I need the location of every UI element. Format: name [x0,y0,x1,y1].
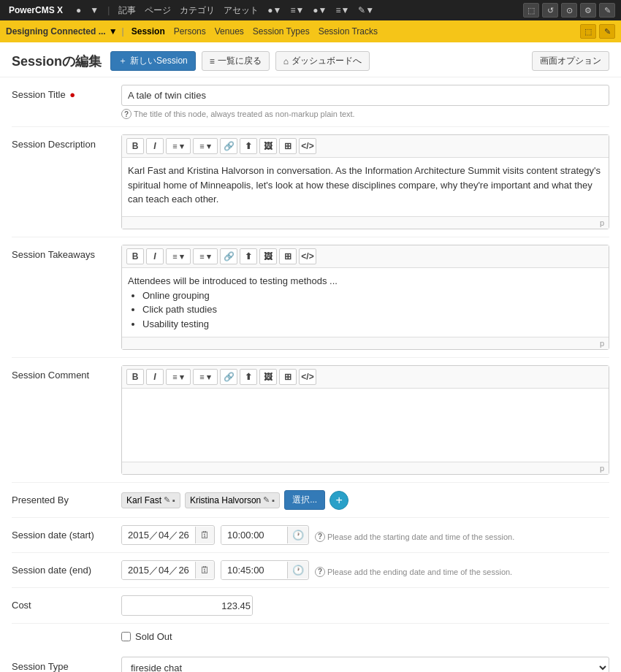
top-icon-view[interactable]: ⊙ [561,3,577,18]
session-description-content: B I ≡ ▾ ≡ ▾ 🔗 ⬆ 🖼 ⊞ </> Karl Fast and Kr… [121,134,609,229]
comment-upload-button[interactable]: ⬆ [240,369,257,385]
takeaways-code-button[interactable]: </> [299,248,316,264]
top-menu-pages[interactable]: ページ [142,4,174,17]
session-description-body[interactable]: Karl Fast and Kristina Halvorson in conv… [122,158,609,216]
add-presenter-button[interactable]: + [329,491,348,510]
top-menu-assets[interactable]: アセット [221,4,262,17]
link-button[interactable]: 🔗 [220,138,237,154]
presenter-karl-edit-icon[interactable]: ✎ [164,495,170,505]
home-icon: ⌂ [283,56,289,66]
takeaways-list: Online grouping Click path studies Usabi… [142,289,603,332]
top-icon-refresh[interactable]: ↺ [542,3,558,18]
takeaways-image-button[interactable]: 🖼 [259,248,277,264]
top-menu-assets-arrow[interactable]: ●▼ [264,5,284,15]
session-type-select[interactable]: fireside chat keynote workshop panel [121,657,609,672]
second-icon-edit[interactable]: ✎ [599,24,615,39]
start-time-input[interactable] [221,526,287,544]
required-indicator: ● [69,89,75,100]
nav-persons[interactable]: Persons [171,26,209,37]
takeaways-bold-button[interactable]: B [126,248,144,264]
takeaways-ul-button[interactable]: ≡ ▾ [166,248,191,264]
top-menu-arrow1[interactable]: ▼ [87,5,102,15]
screen-options-button[interactable]: 画面オプション [532,51,609,71]
second-icon-window[interactable]: ⬚ [580,24,596,39]
new-session-button[interactable]: ＋ ＋ 新しいSession 新しいSession [110,51,196,71]
end-date-wrap: 🗓 [121,560,215,580]
end-time-input[interactable] [221,561,287,579]
start-time-wrap: 🕐 [221,525,309,545]
presenter-karl-remove-icon[interactable]: ▪ [172,496,175,505]
session-comment-body[interactable] [122,389,609,462]
dashboard-button[interactable]: ⌂ ダッシュボードへ [275,51,370,71]
cost-input[interactable] [122,597,253,615]
page-title: Sessionの編集 [12,53,102,70]
end-time-clock-icon[interactable]: 🕐 [287,562,308,579]
top-menu-icon1[interactable]: ● [73,5,84,15]
session-takeaways-content: B I ≡ ▾ ≡ ▾ 🔗 ⬆ 🖼 ⊞ </> Attendees will b… [121,245,609,350]
upload-button[interactable]: ⬆ [240,138,257,154]
italic-button[interactable]: I [146,138,164,154]
takeaways-ol-button[interactable]: ≡ ▾ [193,248,218,264]
session-takeaways-row: Session Takeaways B I ≡ ▾ ≡ ▾ 🔗 ⬆ 🖼 ⊞ </… [12,237,609,358]
takeaways-italic-button[interactable]: I [146,248,164,264]
sold-out-checkbox[interactable] [121,632,131,641]
top-icon-window[interactable]: ⬚ [523,3,539,18]
takeaway-item-2: Click path studies [142,302,603,317]
sold-out-label[interactable]: Sold Out [135,631,172,642]
end-date-calendar-icon[interactable]: 🗓 [195,562,214,579]
takeaways-intro: Attendees will be introduced to testing … [128,274,603,289]
sold-out-row: Sold Out [12,624,609,649]
takeaway-item-1: Online grouping [142,289,603,303]
nav-session-tracks[interactable]: Session Tracks [316,26,381,37]
presented-by-content: Karl Fast ✎ ▪ Kristina Halvorson ✎ ▪ 選択.… [121,490,609,510]
takeaways-table-button[interactable]: ⊞ [279,248,297,264]
select-presenter-button[interactable]: 選択... [284,490,325,510]
session-description-label: Session Description [12,134,121,150]
session-description-toolbar: B I ≡ ▾ ≡ ▾ 🔗 ⬆ 🖼 ⊞ </> [122,135,609,158]
page-header-actions: ＋ ＋ 新しいSession 新しいSession ≡ 一覧に戻る ⌂ ダッシュ… [110,51,370,71]
top-icon-settings[interactable]: ⚙ [580,3,596,18]
comment-table-button[interactable]: ⊞ [279,369,297,385]
bold-button[interactable]: B [126,138,144,154]
comment-ul-button[interactable]: ≡ ▾ [166,369,191,385]
session-type-label: Session Type [12,657,121,672]
end-date-input[interactable] [122,561,195,579]
nav-session-types[interactable]: Session Types [250,26,313,37]
site-name[interactable]: Designing Connected ... [6,26,106,37]
takeaways-link-button[interactable]: 🔗 [220,248,237,264]
list-icon: ≡ [210,56,215,66]
presenter-kristina-remove-icon[interactable]: ▪ [272,496,275,505]
site-arrow[interactable]: ▼ [109,26,118,37]
comment-code-button[interactable]: </> [299,369,316,385]
start-time-clock-icon[interactable]: 🕐 [287,527,308,543]
top-menu-user[interactable]: ●▼ [310,5,329,15]
start-date-calendar-icon[interactable]: 🗓 [195,527,214,543]
top-menu-group[interactable]: ≡▼ [332,5,352,15]
table-button[interactable]: ⊞ [279,138,297,154]
session-title-input[interactable] [121,85,609,106]
comment-ol-button[interactable]: ≡ ▾ [193,369,218,385]
comment-link-button[interactable]: 🔗 [220,369,237,385]
comment-bold-button[interactable]: B [126,369,144,385]
code-button[interactable]: </> [299,138,316,154]
comment-italic-button[interactable]: I [146,369,164,385]
comment-image-button[interactable]: 🖼 [259,369,277,385]
session-takeaways-body[interactable]: Attendees will be introduced to testing … [122,268,609,337]
top-icon-edit[interactable]: ✎ [599,3,615,18]
top-menu-tools[interactable]: ✎▼ [355,5,377,15]
image-button[interactable]: 🖼 [259,138,277,154]
presenter-kristina-name: Kristina Halvorson [190,495,261,505]
back-list-button[interactable]: ≡ 一覧に戻る [202,51,270,71]
top-menu-articles[interactable]: 記事 [115,4,139,17]
nav-session[interactable]: Session [129,26,168,37]
presenter-kristina-edit-icon[interactable]: ✎ [263,495,270,505]
start-date-input[interactable] [122,526,195,544]
session-title-content: ? The title of this node, always treated… [121,85,609,119]
ul-button[interactable]: ≡ ▾ [166,138,191,154]
top-menu-list[interactable]: ≡▼ [287,5,307,15]
nav-venues[interactable]: Venues [212,26,247,37]
session-takeaways-footer: p [122,337,609,349]
ol-button[interactable]: ≡ ▾ [193,138,218,154]
takeaways-upload-button[interactable]: ⬆ [240,248,257,264]
top-menu-categories[interactable]: カテゴリ [177,4,218,17]
